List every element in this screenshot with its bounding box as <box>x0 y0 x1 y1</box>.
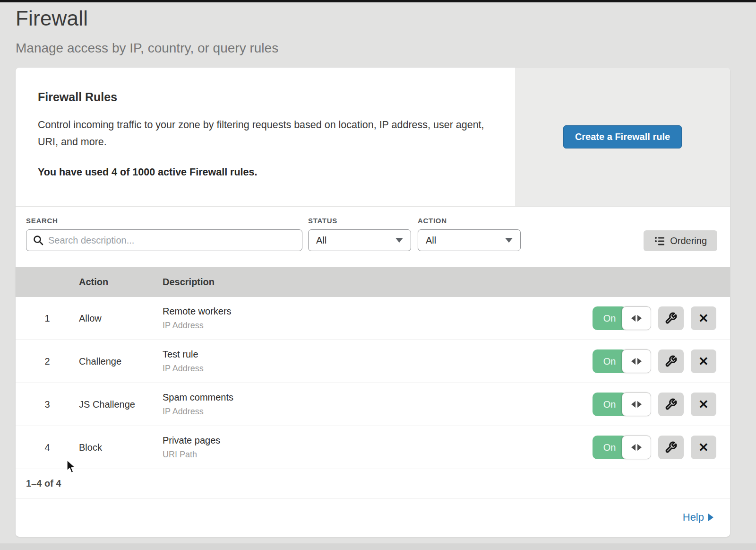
search-field: SEARCH <box>26 217 302 251</box>
delete-rule-button[interactable]: ✕ <box>691 393 716 416</box>
arrow-left-icon <box>631 315 636 322</box>
rule-description-cell: Test rule IP Address <box>163 349 593 374</box>
rule-description: Private pages <box>163 435 593 446</box>
help-link[interactable]: Help <box>683 511 713 524</box>
ordering-button[interactable]: Ordering <box>644 230 717 251</box>
rule-match-field: IP Address <box>163 321 593 331</box>
delete-rule-button[interactable]: ✕ <box>691 306 716 330</box>
arrow-right-icon <box>637 401 642 408</box>
rule-match-field: IP Address <box>163 364 593 374</box>
rule-description-cell: Spam comments IP Address <box>163 392 593 417</box>
delete-rule-button[interactable]: ✕ <box>691 349 716 373</box>
toggle-knob[interactable] <box>622 436 651 459</box>
edit-rule-button[interactable] <box>658 306 684 330</box>
status-select[interactable]: All <box>308 229 411 251</box>
rule-action: Block <box>79 442 163 453</box>
table-row: 3 JS Challenge Spam comments IP Address … <box>16 383 730 426</box>
rules-intro-text: Firewall Rules Control incoming traffic … <box>16 68 515 206</box>
filter-bar: SEARCH STATUS All ACTION All <box>16 207 730 267</box>
arrow-right-icon <box>637 315 642 322</box>
action-selected-value: All <box>426 235 436 246</box>
action-label: ACTION <box>418 217 521 225</box>
rule-description-cell: Remote workers IP Address <box>163 306 593 331</box>
ordering-button-label: Ordering <box>670 236 707 246</box>
rule-action: Challenge <box>79 356 163 367</box>
arrow-left-icon <box>631 444 636 451</box>
pagination-row: 1–4 of 4 <box>16 469 730 498</box>
rules-heading: Firewall Rules <box>38 90 496 104</box>
wrench-icon <box>665 312 677 324</box>
x-icon: ✕ <box>698 311 709 326</box>
rule-description: Remote workers <box>163 306 593 317</box>
create-rule-panel: Create a Firewall rule <box>515 68 730 206</box>
rule-match-field: URI Path <box>163 450 593 460</box>
search-input[interactable] <box>26 229 302 251</box>
toggle-knob[interactable] <box>622 349 651 373</box>
rule-action: Allow <box>79 313 163 324</box>
rule-description-cell: Private pages URI Path <box>163 435 593 460</box>
list-ordering-icon <box>654 235 665 246</box>
x-icon: ✕ <box>698 354 709 369</box>
page-header: Firewall Manage access by IP, country, o… <box>0 0 756 56</box>
rule-enabled-toggle[interactable]: On <box>593 436 651 459</box>
x-icon: ✕ <box>698 397 709 412</box>
wrench-icon <box>665 441 677 454</box>
action-select[interactable]: All <box>418 229 521 251</box>
arrow-right-icon <box>637 444 642 451</box>
toggle-knob[interactable] <box>622 306 651 330</box>
arrow-left-icon <box>631 358 636 365</box>
rule-priority: 2 <box>16 356 79 367</box>
rule-priority: 4 <box>16 442 79 453</box>
arrow-left-icon <box>631 401 636 408</box>
table-row: 4 Block Private pages URI Path On ✕ <box>16 426 730 469</box>
edit-rule-button[interactable] <box>658 349 684 373</box>
arrow-right-icon <box>708 514 713 521</box>
search-input-wrap <box>26 229 302 251</box>
create-firewall-rule-button[interactable]: Create a Firewall rule <box>563 125 682 148</box>
table-header: Action Description <box>16 267 730 297</box>
table-row: 1 Allow Remote workers IP Address On ✕ <box>16 297 730 340</box>
rule-priority: 3 <box>16 399 79 410</box>
chevron-down-icon <box>505 238 513 243</box>
search-icon <box>33 235 44 246</box>
help-link-label: Help <box>683 511 704 524</box>
rule-enabled-toggle[interactable]: On <box>593 349 651 373</box>
action-column-header: Action <box>79 277 163 288</box>
wrench-icon <box>665 398 677 410</box>
edit-rule-button[interactable] <box>658 436 684 459</box>
rule-description: Test rule <box>163 349 593 360</box>
rules-description: Control incoming traffic to your zone by… <box>38 116 491 150</box>
pagination-text: 1–4 of 4 <box>26 478 61 489</box>
rule-enabled-toggle[interactable]: On <box>593 306 651 330</box>
page-title: Firewall <box>16 7 756 30</box>
rule-enabled-toggle[interactable]: On <box>593 393 651 416</box>
rules-intro-section: Firewall Rules Control incoming traffic … <box>16 68 730 207</box>
status-selected-value: All <box>316 235 326 246</box>
rule-controls: On ✕ <box>593 306 730 330</box>
card-footer: Help <box>16 498 730 536</box>
x-icon: ✕ <box>698 440 709 455</box>
arrow-right-icon <box>637 358 642 365</box>
toggle-knob[interactable] <box>622 393 651 416</box>
wrench-icon <box>665 355 677 367</box>
chevron-down-icon <box>395 238 403 243</box>
search-label: SEARCH <box>26 217 302 225</box>
rule-match-field: IP Address <box>163 407 593 417</box>
action-field: ACTION All <box>418 217 521 251</box>
status-label: STATUS <box>308 217 411 225</box>
rule-controls: On ✕ <box>593 436 730 459</box>
description-column-header: Description <box>163 277 730 288</box>
edit-rule-button[interactable] <box>658 393 684 416</box>
screen-bottom-border <box>0 543 756 550</box>
page-subtitle: Manage access by IP, country, or query r… <box>16 41 756 56</box>
firewall-rules-card: Firewall Rules Control incoming traffic … <box>16 68 730 537</box>
screen-top-border <box>0 0 756 2</box>
rule-action: JS Challenge <box>79 399 163 410</box>
status-field: STATUS All <box>308 217 411 251</box>
rule-controls: On ✕ <box>593 349 730 373</box>
rule-controls: On ✕ <box>593 393 730 416</box>
rule-priority: 1 <box>16 313 79 324</box>
delete-rule-button[interactable]: ✕ <box>691 436 716 459</box>
table-row: 2 Challenge Test rule IP Address On ✕ <box>16 340 730 383</box>
rules-usage-count: You have used 4 of 1000 active Firewall … <box>38 166 496 178</box>
